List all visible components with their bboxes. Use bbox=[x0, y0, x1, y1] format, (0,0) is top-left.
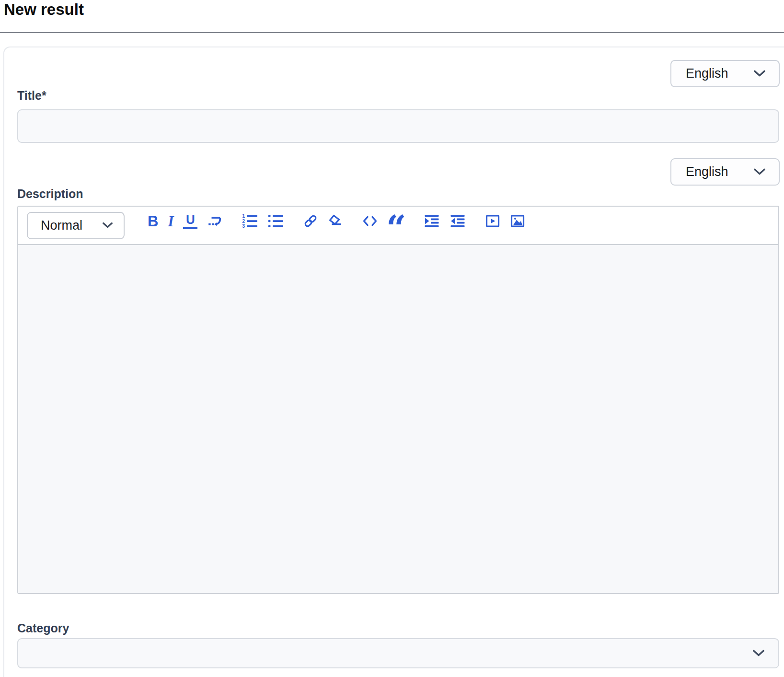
link-icon bbox=[303, 213, 318, 229]
video-icon bbox=[485, 213, 500, 229]
list-group: 1 2 3 bbox=[242, 213, 284, 229]
media-group bbox=[485, 213, 525, 229]
form-card: English Title* English Description Norma… bbox=[3, 47, 784, 677]
rich-text-editor: Normal B I U bbox=[17, 206, 779, 594]
title-language-row: English bbox=[17, 60, 780, 87]
bold-button[interactable]: B bbox=[148, 214, 158, 229]
editor-content[interactable] bbox=[18, 245, 778, 593]
title-input[interactable] bbox=[17, 109, 779, 143]
eraser-icon bbox=[328, 213, 343, 229]
code-quote-group: “ bbox=[362, 213, 404, 229]
outdent-icon bbox=[450, 213, 466, 229]
video-button[interactable] bbox=[485, 213, 500, 229]
title-language-value: English bbox=[686, 66, 728, 81]
editor-toolbar: Normal B I U bbox=[18, 207, 778, 245]
toolbar-icon-groups: B I U bbox=[148, 213, 525, 229]
indent-icon bbox=[424, 213, 440, 229]
paragraph-style-select[interactable]: Normal bbox=[27, 212, 125, 239]
category-select[interactable] bbox=[17, 638, 779, 668]
category-label: Category bbox=[17, 621, 780, 635]
svg-text:3: 3 bbox=[242, 223, 245, 229]
underline-button[interactable]: U bbox=[183, 213, 197, 229]
code-block-button[interactable] bbox=[362, 213, 378, 229]
ordered-list-button[interactable]: 1 2 3 bbox=[242, 213, 258, 229]
chevron-down-icon bbox=[753, 168, 766, 175]
svg-text:2: 2 bbox=[242, 219, 245, 224]
chevron-down-icon bbox=[102, 222, 113, 229]
text-wrap-icon bbox=[207, 213, 222, 229]
underline-icon: U bbox=[183, 213, 197, 229]
blockquote-icon: “ bbox=[387, 213, 404, 229]
outdent-button[interactable] bbox=[450, 213, 466, 229]
chevron-down-icon bbox=[753, 70, 766, 77]
link-button[interactable] bbox=[303, 213, 318, 229]
title-label: Title* bbox=[17, 88, 780, 103]
chevron-down-icon bbox=[752, 650, 765, 657]
text-wrap-button[interactable] bbox=[207, 213, 222, 229]
description-language-select[interactable]: English bbox=[670, 158, 780, 186]
description-language-value: English bbox=[686, 164, 728, 179]
description-label: Description bbox=[17, 187, 780, 201]
code-icon bbox=[362, 213, 378, 229]
description-language-row: English bbox=[17, 158, 780, 186]
bold-icon: B bbox=[148, 214, 158, 229]
italic-icon: I bbox=[168, 214, 173, 229]
title-language-select[interactable]: English bbox=[670, 60, 780, 87]
paragraph-style-value: Normal bbox=[41, 218, 82, 233]
image-button[interactable] bbox=[510, 213, 525, 229]
bullet-list-icon bbox=[267, 213, 284, 229]
format-group: B I U bbox=[148, 213, 222, 229]
divider bbox=[0, 32, 784, 33]
page-title: New result bbox=[0, 0, 784, 19]
italic-button[interactable]: I bbox=[168, 214, 173, 229]
indent-button[interactable] bbox=[424, 213, 440, 229]
svg-text:“: “ bbox=[387, 213, 404, 229]
image-icon bbox=[510, 213, 525, 229]
blockquote-button[interactable]: “ bbox=[387, 213, 404, 229]
indent-group bbox=[424, 213, 466, 229]
ordered-list-icon: 1 2 3 bbox=[242, 213, 258, 229]
bullet-list-button[interactable] bbox=[267, 213, 284, 229]
link-group bbox=[303, 213, 343, 229]
svg-text:1: 1 bbox=[242, 213, 245, 219]
clean-format-button[interactable] bbox=[328, 213, 343, 229]
